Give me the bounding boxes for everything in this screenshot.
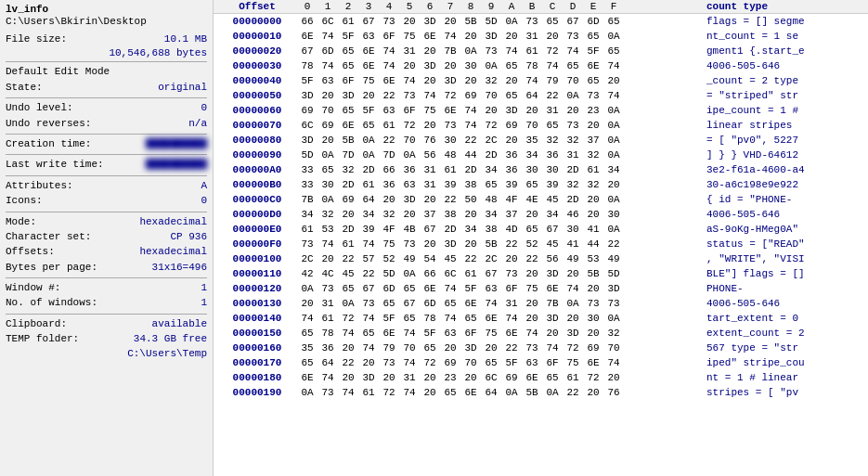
hex-byte[interactable]: 6E <box>358 60 379 71</box>
hex-byte[interactable]: 20 <box>420 194 440 205</box>
hex-byte[interactable]: 20 <box>420 387 440 398</box>
hex-byte[interactable]: 3D <box>542 268 563 279</box>
hex-byte[interactable]: 32 <box>583 149 603 161</box>
hex-byte[interactable]: 65 <box>501 60 522 71</box>
hex-byte[interactable]: 20 <box>603 372 624 383</box>
hex-byte[interactable]: 52 <box>522 238 542 250</box>
hex-byte[interactable]: 65 <box>481 357 501 368</box>
hex-byte[interactable]: 20 <box>420 238 440 250</box>
hex-byte[interactable]: 39 <box>440 179 460 190</box>
hex-byte[interactable]: 70 <box>603 342 624 354</box>
hex-byte[interactable]: 0A <box>481 60 501 71</box>
hex-byte[interactable]: 74 <box>563 45 583 57</box>
hex-byte[interactable]: 33 <box>297 179 317 190</box>
hex-byte[interactable]: 63 <box>399 179 420 190</box>
hex-byte[interactable]: 6E <box>501 328 522 339</box>
hex-byte[interactable]: 6E <box>583 60 603 71</box>
hex-byte[interactable]: 6F <box>338 75 358 86</box>
hex-byte[interactable]: 67 <box>358 283 379 294</box>
hex-byte[interactable]: 78 <box>522 60 542 71</box>
hex-byte[interactable]: 65 <box>297 357 317 368</box>
hex-byte[interactable]: 53 <box>583 253 603 264</box>
hex-byte[interactable]: 74 <box>522 328 542 339</box>
hex-byte[interactable]: 3D <box>297 90 317 101</box>
hex-byte[interactable]: 65 <box>420 342 440 354</box>
hex-byte[interactable]: 3D <box>501 105 522 116</box>
hex-byte[interactable]: 74 <box>542 60 563 71</box>
hex-byte[interactable]: 76 <box>420 135 440 146</box>
hex-byte[interactable]: 6F <box>460 328 481 339</box>
hex-byte[interactable]: 74 <box>317 238 338 250</box>
table-row[interactable]: 00000150657874656E745F636F756E74203D2032… <box>214 326 868 341</box>
hex-byte[interactable]: 61 <box>563 372 583 383</box>
hex-byte[interactable]: 3D <box>542 313 563 324</box>
hex-byte[interactable]: 63 <box>317 75 338 86</box>
table-row[interactable]: 000000B033302D61366331393865396539323220… <box>214 177 868 192</box>
hex-byte[interactable]: 2D <box>563 164 583 175</box>
hex-byte[interactable]: 0A <box>297 387 317 398</box>
hex-byte[interactable]: 20 <box>522 268 542 279</box>
hex-byte[interactable]: 74 <box>358 238 379 250</box>
hex-byte[interactable]: 3D <box>297 135 317 146</box>
hex-byte[interactable]: 67 <box>297 45 317 57</box>
table-row[interactable]: 0000016035362074797065203D20227374726970… <box>214 341 868 355</box>
hex-byte[interactable]: 73 <box>399 238 420 250</box>
hex-byte[interactable]: 22 <box>522 253 542 264</box>
hex-byte[interactable]: 5F <box>583 45 603 57</box>
hex-byte[interactable]: 3D <box>420 16 440 27</box>
hex-byte[interactable]: 38 <box>481 224 501 235</box>
hex-byte[interactable]: 65 <box>338 45 358 57</box>
hex-byte[interactable]: 5F <box>358 105 379 116</box>
hex-byte[interactable]: 20 <box>583 120 603 131</box>
hex-byte[interactable]: 20 <box>358 90 379 101</box>
hex-byte[interactable]: 67 <box>542 224 563 235</box>
hex-byte[interactable]: 0A <box>603 120 624 131</box>
hex-byte[interactable]: 20 <box>317 253 338 264</box>
hex-byte[interactable]: 31 <box>317 298 338 309</box>
hex-byte[interactable]: 20 <box>460 31 481 42</box>
hex-byte[interactable]: 72 <box>399 120 420 131</box>
hex-byte[interactable]: 54 <box>420 253 440 264</box>
hex-byte[interactable]: 20 <box>440 16 460 27</box>
hex-byte[interactable]: 3D <box>358 372 379 383</box>
hex-byte[interactable]: 74 <box>317 372 338 383</box>
hex-byte[interactable]: 22 <box>440 194 460 205</box>
hex-byte[interactable]: 72 <box>542 45 563 57</box>
hex-byte[interactable]: 20 <box>399 209 420 220</box>
hex-byte[interactable]: 0A <box>338 298 358 309</box>
hex-byte[interactable]: 74 <box>460 105 481 116</box>
hex-byte[interactable]: 6D <box>420 298 440 309</box>
table-row[interactable]: 00000110424C45225D0A666C616773203D205B5D… <box>214 266 868 281</box>
hex-byte[interactable]: 3D <box>440 238 460 250</box>
hex-byte[interactable]: 20 <box>440 60 460 71</box>
hex-byte[interactable]: 5F <box>501 357 522 368</box>
hex-byte[interactable]: 0A <box>358 135 379 146</box>
hex-byte[interactable]: 70 <box>399 135 420 146</box>
hex-byte[interactable]: 0A <box>603 149 624 161</box>
table-row[interactable]: 00000170656422207374726970655F636F756E74… <box>214 355 868 370</box>
hex-byte[interactable]: 0A <box>542 387 563 398</box>
hex-byte[interactable]: 6E <box>522 372 542 383</box>
hex-byte[interactable]: 20 <box>583 387 603 398</box>
hex-byte[interactable]: 2D <box>563 194 583 205</box>
hex-byte[interactable]: 69 <box>440 357 460 368</box>
hex-byte[interactable]: 22 <box>460 135 481 146</box>
hex-byte[interactable]: 39 <box>542 179 563 190</box>
hex-byte[interactable]: 2D <box>481 149 501 161</box>
hex-byte[interactable]: 39 <box>501 179 522 190</box>
hex-byte[interactable]: 6E <box>583 357 603 368</box>
hex-byte[interactable]: 6E <box>420 283 440 294</box>
hex-byte[interactable]: 6E <box>379 75 399 86</box>
table-row[interactable]: 000000C07B0A6964203D202250484F4E452D200A… <box>214 192 868 207</box>
hex-byte[interactable]: 74 <box>358 313 379 324</box>
hex-byte[interactable]: 30 <box>542 164 563 175</box>
hex-byte[interactable]: 46 <box>563 209 583 220</box>
hex-byte[interactable]: 65 <box>338 283 358 294</box>
hex-byte[interactable]: 69 <box>338 194 358 205</box>
hex-byte[interactable]: 48 <box>481 194 501 205</box>
hex-byte[interactable]: 7B <box>440 45 460 57</box>
hex-byte[interactable]: 22 <box>460 253 481 264</box>
hex-byte[interactable]: 78 <box>420 313 440 324</box>
hex-byte[interactable]: 5D <box>481 16 501 27</box>
hex-byte[interactable]: 20 <box>338 209 358 220</box>
